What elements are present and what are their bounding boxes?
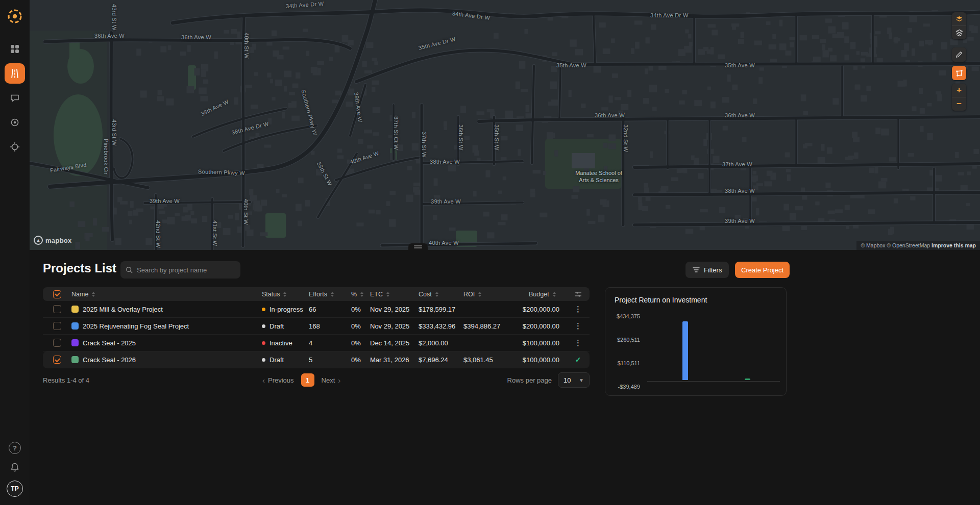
table-row[interactable]: 2025 Mill & Overlay ProjectIn-progress66… [43,301,590,318]
sort-icon [553,292,556,297]
sidebar-bottom: ? TP [7,442,23,497]
zoom-out-button[interactable]: − [952,97,966,111]
sidebar-item-assets[interactable] [5,112,25,133]
basemap-style-button[interactable] [952,12,966,26]
column-header-budget[interactable]: Budget [510,291,567,298]
bell-icon[interactable] [10,462,20,472]
draw-button[interactable] [952,47,966,62]
column-header-roi[interactable]: ROI [459,291,510,298]
projects-panel: Projects List Filters Create Project Nam… [30,250,980,505]
page-size-select[interactable]: 10 ▼ [558,372,590,388]
app-root: ? TP [0,0,980,505]
sidebar-item-projects[interactable] [5,63,25,84]
row-checkbox[interactable] [53,356,61,364]
improve-map-link[interactable]: Improve this map [932,242,976,248]
project-name-cell: Crack Seal - 2025 [67,339,258,347]
mapbox-logo[interactable]: ▲ mapbox [34,236,72,245]
project-color-swatch [71,356,79,363]
status-cell: In-progress [258,306,305,313]
filter-icon [693,267,700,273]
row-menu-button[interactable]: ⋮ [574,338,582,347]
row-checkbox-cell [43,322,67,330]
chart-plot-area [605,288,786,395]
percent-cell: 0% [347,339,366,347]
layers-icon [955,29,963,37]
table-row[interactable]: Crack Seal - 2026Draft50%Mar 31, 2026$7,… [43,351,590,368]
row-checkbox[interactable] [53,339,61,347]
next-page-button[interactable]: Next › [322,376,341,385]
percent-cell: 0% [347,322,366,330]
row-menu-button[interactable]: ⋮ [574,321,582,331]
select-area-button[interactable] [952,66,966,80]
locate-icon [10,142,20,152]
chart-bar[interactable] [682,321,688,380]
sidebar-item-dashboard[interactable] [5,39,25,59]
attribution-text: © Mapbox © OpenStreetMap [861,242,932,248]
polygon-select-icon [955,69,963,77]
status-label: Draft [270,356,284,364]
street-label: 34th Ave Dr W [650,12,689,18]
column-header-status[interactable]: Status [258,291,305,298]
column-settings-button[interactable] [567,291,590,297]
row-selected-check-icon[interactable]: ✓ [575,356,581,364]
row-action-cell: ✓ [567,356,590,364]
pencil-icon [955,51,963,58]
app-logo-icon [6,7,24,26]
filters-button[interactable]: Filters [685,262,729,278]
sort-icon [331,292,334,297]
status-cell: Inactive [258,339,305,347]
column-header-cost[interactable]: Cost [414,291,459,298]
table-body: 2025 Mill & Overlay ProjectIn-progress66… [43,301,590,368]
cost-cell: $178,599.17 [414,306,459,313]
previous-page-button[interactable]: ‹ Previous [262,376,294,385]
column-header-percent[interactable]: % [347,291,366,298]
row-checkbox[interactable] [53,322,61,330]
chart-bar[interactable] [745,378,750,380]
row-checkbox[interactable] [53,305,61,313]
panel-resize-handle[interactable] [408,243,428,250]
etc-cell: Nov 29, 2025 [366,322,414,330]
projects-table: NameStatusEfforts%ETCCostROIBudget 2025 … [43,287,590,368]
select-all-checkbox[interactable] [53,290,61,298]
row-action-cell: ⋮ [567,305,590,314]
layers-collapse-icon [955,15,963,23]
efforts-cell: 66 [305,306,347,313]
search-input[interactable] [137,266,235,274]
sidebar-item-locate[interactable] [5,137,25,157]
street-label: 39th Ave W [431,198,461,205]
cost-cell: $333,432.96 [414,322,459,330]
project-color-swatch [71,306,79,313]
avatar[interactable]: TP [7,481,23,497]
table-row[interactable]: 2025 Rejuvenating Fog Seal ProjectDraft1… [43,318,590,335]
street-label: Pinebrook Cir [103,139,109,175]
project-name: Crack Seal - 2026 [83,356,136,364]
rows-per-page-label: Rows per page [507,376,552,384]
zoom-in-button[interactable]: + [952,84,966,97]
help-button[interactable]: ? [9,442,21,454]
map[interactable]: 34th Ave Dr W34th Ave Dr W34th Ave Dr W3… [30,0,980,250]
column-header-name[interactable]: Name [67,291,258,298]
project-name-cell: 2025 Rejuvenating Fog Seal Project [67,322,258,330]
table-footer: Results 1-4 of 4 ‹ Previous 1 Next › Row… [43,372,590,388]
table-row[interactable]: Crack Seal - 2025Inactive40%Dec 14, 2025… [43,335,590,351]
street-label: 41st St W [212,220,218,246]
layers-button[interactable] [952,26,966,39]
page-1-button[interactable]: 1 [301,373,314,387]
sort-icon [92,292,95,297]
road-icon [9,68,20,79]
mapbox-icon: ▲ [34,236,43,245]
sidebar-item-comments[interactable] [5,88,25,108]
street-label: 38th Ave W [725,188,755,194]
column-header-efforts[interactable]: Efforts [305,291,347,298]
street-label: 39th Ave W [725,218,755,224]
status-label: Inactive [270,339,292,347]
project-color-swatch [71,322,79,330]
street-label: 40th St W [243,199,249,225]
column-header-etc[interactable]: ETC [366,291,414,298]
app-logo[interactable] [6,7,24,26]
row-menu-button[interactable]: ⋮ [574,305,582,314]
status-label: In-progress [270,306,303,313]
results-count: Results 1-4 of 4 [43,376,89,384]
table-header: NameStatusEfforts%ETCCostROIBudget [43,287,590,301]
create-project-button[interactable]: Create Project [735,262,790,278]
